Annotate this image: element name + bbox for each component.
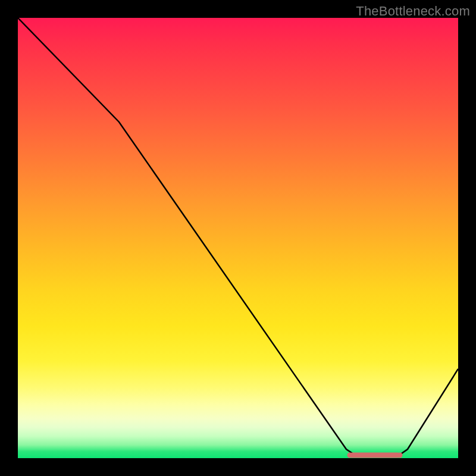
optimal-range-marker bbox=[350, 453, 400, 458]
chart-container: TheBottleneck.com bbox=[0, 0, 476, 476]
plot-area bbox=[18, 18, 458, 458]
optimal-marker-cap-right bbox=[397, 453, 403, 458]
chart-overlay bbox=[18, 18, 458, 458]
watermark-label: TheBottleneck.com bbox=[356, 4, 470, 19]
optimal-marker-cap-left bbox=[347, 453, 353, 458]
bottleneck-curve bbox=[18, 18, 458, 456]
